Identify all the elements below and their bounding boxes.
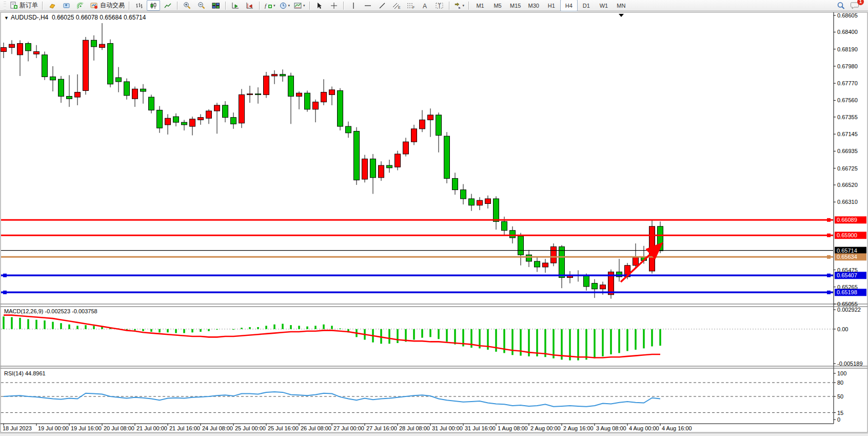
rsi-scale-label: 50 (837, 393, 843, 400)
timeframe-M30[interactable]: M30 (524, 0, 542, 11)
svg-text:F: F (412, 6, 415, 9)
price-badge-value: 0.65407 (837, 272, 857, 278)
vertical-line-icon (350, 2, 357, 9)
candle (502, 221, 507, 230)
zoom-in-button[interactable] (181, 0, 194, 11)
candle (370, 159, 376, 177)
candle (288, 76, 294, 97)
candle (255, 94, 261, 95)
toolbar-separator (225, 2, 226, 10)
periods-button[interactable]: ▾ (278, 0, 292, 11)
new-order-button[interactable]: 新订单 (8, 0, 40, 11)
vertical-line-button[interactable] (347, 0, 360, 11)
timeframe-M5[interactable]: M5 (489, 0, 506, 11)
toolbar-separator (259, 2, 260, 10)
time-tick-label: 25 Jul 16:00 (268, 425, 299, 431)
cursor-button[interactable] (313, 0, 326, 11)
candle (354, 131, 360, 180)
candle (518, 236, 524, 255)
time-tick-label: 31 Jul 00:00 (432, 425, 463, 431)
price-badge-value: 0.66089 (837, 217, 857, 223)
templates-button[interactable]: ▾ (292, 0, 307, 11)
candle (239, 94, 245, 123)
chart-collapse-icon[interactable]: ▼ (4, 15, 9, 21)
price-tick-label: 0.66520 (837, 182, 858, 188)
candle (173, 117, 179, 122)
line-handle (827, 255, 831, 259)
price-tick-label: 0.67145 (837, 131, 858, 137)
crosshair-icon (330, 2, 338, 9)
line-handle (827, 218, 831, 222)
price-tick-label: 0.66725 (837, 165, 858, 172)
zoom-out-button[interactable] (195, 0, 208, 11)
line-chart-button[interactable] (161, 0, 174, 11)
crosshair-button[interactable] (327, 0, 341, 11)
candle (9, 44, 15, 47)
candlestick-chart-button[interactable] (147, 0, 160, 11)
timeframe-M15[interactable]: M15 (506, 0, 524, 11)
candle (280, 74, 286, 76)
time-tick-label: 2 Aug 16:00 (563, 425, 594, 431)
fibonacci-button[interactable]: F (404, 0, 418, 11)
ohlc-values: 0.66025 0.66078 0.65684 0.65714 (52, 14, 146, 21)
text-label-button[interactable]: T (433, 0, 446, 11)
equidistant-channel-button[interactable]: E (390, 0, 403, 11)
horizontal-line-icon (364, 2, 371, 9)
candle (469, 199, 475, 205)
dropdown-arrow-icon: ▾ (288, 4, 290, 8)
candle (1, 48, 7, 52)
candle (108, 44, 113, 84)
timeframe-H4[interactable]: H4 (560, 0, 578, 11)
rsi-indicator-label: RSI(14) 44.8961 (4, 370, 46, 376)
search-icon (836, 2, 845, 10)
auto-scroll-button[interactable] (229, 0, 242, 11)
timeframe-MN[interactable]: MN (613, 0, 630, 11)
arrow-tools-icon (454, 2, 462, 9)
macd-scale-label: 0.00 (837, 326, 848, 332)
candle (387, 165, 392, 168)
candle (42, 55, 48, 77)
rsi-scale-label: 0 (837, 416, 840, 423)
time-tick-label: 31 Jul 16:00 (465, 425, 496, 431)
chart-shift-button[interactable] (243, 0, 257, 11)
text-button[interactable]: A (419, 0, 432, 11)
timeframe-W1[interactable]: W1 (595, 0, 613, 11)
horizontal-line-button[interactable] (361, 0, 374, 11)
price-tick-label: 0.66935 (837, 148, 858, 154)
chart-window[interactable]: 0.660890.659000.657140.656340.654070.651… (0, 0, 868, 436)
price-tick-label: 0.65475 (837, 267, 858, 273)
timeframe-D1[interactable]: D1 (578, 0, 595, 11)
chart-canvas[interactable]: 0.660890.659000.657140.656340.654070.651… (0, 0, 868, 436)
dropdown-arrow-icon: ▾ (463, 4, 465, 8)
search-button[interactable] (834, 0, 847, 11)
candle (58, 79, 64, 96)
candle (272, 74, 278, 76)
candle (592, 283, 598, 289)
trendline-button[interactable] (376, 0, 389, 11)
price-tick-label: 0.67355 (837, 114, 858, 120)
toolbar-grip (4, 2, 6, 10)
candle (543, 263, 548, 267)
autotrading-button[interactable]: 自动交易 (89, 0, 126, 11)
candle (362, 159, 368, 179)
candle (305, 93, 310, 109)
tile-windows-button[interactable] (209, 0, 223, 11)
timeframe-M1[interactable]: M1 (471, 0, 489, 11)
time-tick-label: 18 Jul 2023 (3, 425, 32, 431)
timeframe-H1[interactable]: H1 (543, 0, 560, 11)
candle (461, 190, 466, 199)
community-button[interactable] (60, 0, 73, 11)
candle (247, 94, 253, 95)
gold-bar-button[interactable] (46, 0, 59, 11)
signals-button[interactable] (74, 0, 88, 11)
time-tick-label: 27 Jul 00:00 (333, 425, 364, 431)
arrow-tools-button[interactable]: ▾ (452, 0, 466, 11)
bar-chart-button[interactable] (132, 0, 146, 11)
time-tick-label: 25 Jul 00:00 (235, 425, 266, 431)
notifications-button[interactable]: 1 (849, 0, 862, 11)
templates-icon (294, 2, 302, 9)
candlestick-chart-icon (150, 2, 157, 9)
candle (116, 78, 122, 82)
candle (17, 44, 23, 55)
indicators-button[interactable]: f▾ (263, 0, 277, 11)
